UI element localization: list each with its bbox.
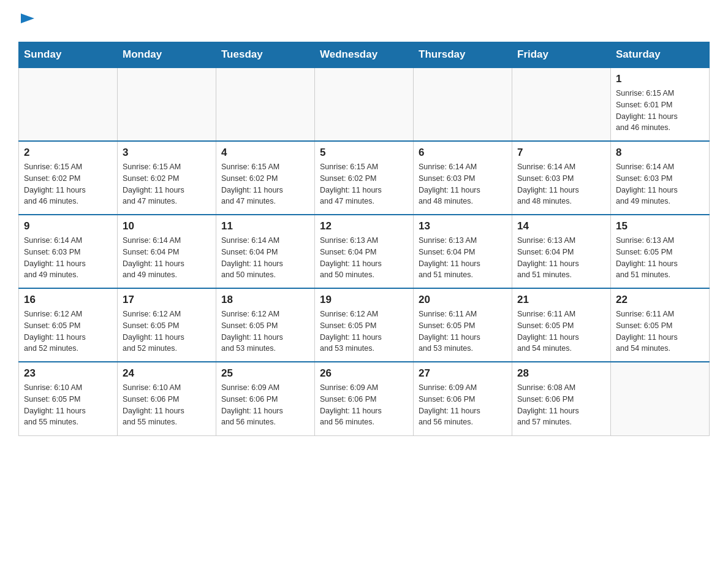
calendar-cell: 27Sunrise: 6:09 AMSunset: 6:06 PMDayligh…	[414, 362, 512, 435]
day-info: Sunrise: 6:13 AMSunset: 6:04 PMDaylight:…	[419, 235, 507, 281]
calendar-cell: 20Sunrise: 6:11 AMSunset: 6:05 PMDayligh…	[414, 288, 512, 362]
week-row-0: 1Sunrise: 6:15 AMSunset: 6:01 PMDaylight…	[19, 67, 710, 141]
week-row-1: 2Sunrise: 6:15 AMSunset: 6:02 PMDaylight…	[19, 141, 710, 215]
day-number: 21	[517, 294, 605, 306]
week-row-2: 9Sunrise: 6:14 AMSunset: 6:03 PMDaylight…	[19, 215, 710, 288]
calendar-cell: 18Sunrise: 6:12 AMSunset: 6:05 PMDayligh…	[216, 288, 315, 362]
day-number: 10	[123, 220, 211, 232]
day-number: 2	[24, 147, 112, 159]
calendar-cell: 8Sunrise: 6:14 AMSunset: 6:03 PMDaylight…	[611, 141, 710, 215]
calendar-cell: 22Sunrise: 6:11 AMSunset: 6:05 PMDayligh…	[611, 288, 710, 362]
day-info: Sunrise: 6:14 AMSunset: 6:03 PMDaylight:…	[419, 161, 507, 207]
calendar-cell: 5Sunrise: 6:15 AMSunset: 6:02 PMDaylight…	[315, 141, 414, 215]
col-tuesday: Tuesday	[216, 42, 315, 68]
day-number: 11	[221, 220, 309, 232]
header-row: Sunday Monday Tuesday Wednesday Thursday…	[19, 42, 710, 68]
calendar-cell: 24Sunrise: 6:10 AMSunset: 6:06 PMDayligh…	[118, 362, 216, 435]
calendar-cell: 4Sunrise: 6:15 AMSunset: 6:02 PMDaylight…	[216, 141, 315, 215]
calendar-cell: 16Sunrise: 6:12 AMSunset: 6:05 PMDayligh…	[19, 288, 118, 362]
day-number: 28	[517, 367, 605, 380]
day-number: 16	[24, 294, 112, 306]
col-saturday: Saturday	[611, 42, 710, 68]
day-info: Sunrise: 6:15 AMSunset: 6:02 PMDaylight:…	[24, 161, 112, 207]
calendar-cell: 3Sunrise: 6:15 AMSunset: 6:02 PMDaylight…	[118, 141, 216, 215]
day-info: Sunrise: 6:13 AMSunset: 6:04 PMDaylight:…	[517, 235, 605, 281]
day-info: Sunrise: 6:11 AMSunset: 6:05 PMDaylight:…	[419, 308, 507, 354]
logo-flag-icon	[21, 13, 34, 27]
calendar-table: Sunday Monday Tuesday Wednesday Thursday…	[18, 42, 710, 436]
day-number: 27	[419, 367, 507, 380]
day-info: Sunrise: 6:08 AMSunset: 6:06 PMDaylight:…	[517, 382, 605, 428]
day-number: 5	[320, 147, 408, 159]
calendar-cell: 12Sunrise: 6:13 AMSunset: 6:04 PMDayligh…	[315, 215, 414, 288]
day-number: 8	[616, 147, 704, 159]
calendar-cell	[414, 67, 512, 141]
day-info: Sunrise: 6:14 AMSunset: 6:03 PMDaylight:…	[616, 161, 704, 207]
calendar-cell: 23Sunrise: 6:10 AMSunset: 6:05 PMDayligh…	[19, 362, 118, 435]
day-info: Sunrise: 6:11 AMSunset: 6:05 PMDaylight:…	[517, 308, 605, 354]
day-info: Sunrise: 6:12 AMSunset: 6:05 PMDaylight:…	[320, 308, 408, 354]
col-sunday: Sunday	[19, 42, 118, 68]
day-info: Sunrise: 6:14 AMSunset: 6:04 PMDaylight:…	[123, 235, 211, 281]
calendar-cell: 14Sunrise: 6:13 AMSunset: 6:04 PMDayligh…	[512, 215, 611, 288]
day-number: 13	[419, 220, 507, 232]
day-info: Sunrise: 6:15 AMSunset: 6:02 PMDaylight:…	[320, 161, 408, 207]
day-number: 19	[320, 294, 408, 306]
header	[18, 12, 710, 29]
col-friday: Friday	[512, 42, 611, 68]
day-info: Sunrise: 6:12 AMSunset: 6:05 PMDaylight:…	[221, 308, 309, 354]
calendar-cell: 6Sunrise: 6:14 AMSunset: 6:03 PMDaylight…	[414, 141, 512, 215]
day-info: Sunrise: 6:10 AMSunset: 6:05 PMDaylight:…	[24, 382, 112, 428]
calendar-cell: 25Sunrise: 6:09 AMSunset: 6:06 PMDayligh…	[216, 362, 315, 435]
svg-marker-0	[21, 13, 34, 23]
day-number: 14	[517, 220, 605, 232]
calendar-cell: 7Sunrise: 6:14 AMSunset: 6:03 PMDaylight…	[512, 141, 611, 215]
col-thursday: Thursday	[414, 42, 512, 68]
calendar-cell: 9Sunrise: 6:14 AMSunset: 6:03 PMDaylight…	[19, 215, 118, 288]
day-number: 18	[221, 294, 309, 306]
calendar-cell	[611, 362, 710, 435]
day-number: 1	[616, 73, 704, 85]
calendar-cell: 15Sunrise: 6:13 AMSunset: 6:05 PMDayligh…	[611, 215, 710, 288]
day-info: Sunrise: 6:14 AMSunset: 6:04 PMDaylight:…	[221, 235, 309, 281]
day-number: 23	[24, 367, 112, 380]
day-info: Sunrise: 6:11 AMSunset: 6:05 PMDaylight:…	[616, 308, 704, 354]
col-wednesday: Wednesday	[315, 42, 414, 68]
calendar-cell: 11Sunrise: 6:14 AMSunset: 6:04 PMDayligh…	[216, 215, 315, 288]
day-number: 26	[320, 367, 408, 380]
day-number: 25	[221, 367, 309, 380]
calendar-cell: 26Sunrise: 6:09 AMSunset: 6:06 PMDayligh…	[315, 362, 414, 435]
day-info: Sunrise: 6:15 AMSunset: 6:02 PMDaylight:…	[123, 161, 211, 207]
calendar-cell: 10Sunrise: 6:14 AMSunset: 6:04 PMDayligh…	[118, 215, 216, 288]
day-info: Sunrise: 6:13 AMSunset: 6:04 PMDaylight:…	[320, 235, 408, 281]
week-row-3: 16Sunrise: 6:12 AMSunset: 6:05 PMDayligh…	[19, 288, 710, 362]
day-info: Sunrise: 6:15 AMSunset: 6:02 PMDaylight:…	[221, 161, 309, 207]
calendar-cell: 28Sunrise: 6:08 AMSunset: 6:06 PMDayligh…	[512, 362, 611, 435]
day-info: Sunrise: 6:14 AMSunset: 6:03 PMDaylight:…	[517, 161, 605, 207]
day-info: Sunrise: 6:14 AMSunset: 6:03 PMDaylight:…	[24, 235, 112, 281]
day-number: 9	[24, 220, 112, 232]
calendar-cell: 17Sunrise: 6:12 AMSunset: 6:05 PMDayligh…	[118, 288, 216, 362]
day-info: Sunrise: 6:09 AMSunset: 6:06 PMDaylight:…	[320, 382, 408, 428]
day-info: Sunrise: 6:12 AMSunset: 6:05 PMDaylight:…	[123, 308, 211, 354]
calendar-cell: 19Sunrise: 6:12 AMSunset: 6:05 PMDayligh…	[315, 288, 414, 362]
day-number: 15	[616, 220, 704, 232]
calendar-cell	[118, 67, 216, 141]
day-info: Sunrise: 6:09 AMSunset: 6:06 PMDaylight:…	[221, 382, 309, 428]
day-number: 22	[616, 294, 704, 306]
calendar-cell: 2Sunrise: 6:15 AMSunset: 6:02 PMDaylight…	[19, 141, 118, 215]
calendar-cell: 21Sunrise: 6:11 AMSunset: 6:05 PMDayligh…	[512, 288, 611, 362]
day-info: Sunrise: 6:15 AMSunset: 6:01 PMDaylight:…	[616, 88, 704, 134]
calendar-cell: 13Sunrise: 6:13 AMSunset: 6:04 PMDayligh…	[414, 215, 512, 288]
day-info: Sunrise: 6:10 AMSunset: 6:06 PMDaylight:…	[123, 382, 211, 428]
calendar-cell	[315, 67, 414, 141]
calendar-cell	[216, 67, 315, 141]
calendar-cell	[19, 67, 118, 141]
day-number: 6	[419, 147, 507, 159]
day-number: 7	[517, 147, 605, 159]
calendar-cell	[512, 67, 611, 141]
calendar-cell: 1Sunrise: 6:15 AMSunset: 6:01 PMDaylight…	[611, 67, 710, 141]
day-info: Sunrise: 6:12 AMSunset: 6:05 PMDaylight:…	[24, 308, 112, 354]
day-number: 12	[320, 220, 408, 232]
day-number: 3	[123, 147, 211, 159]
